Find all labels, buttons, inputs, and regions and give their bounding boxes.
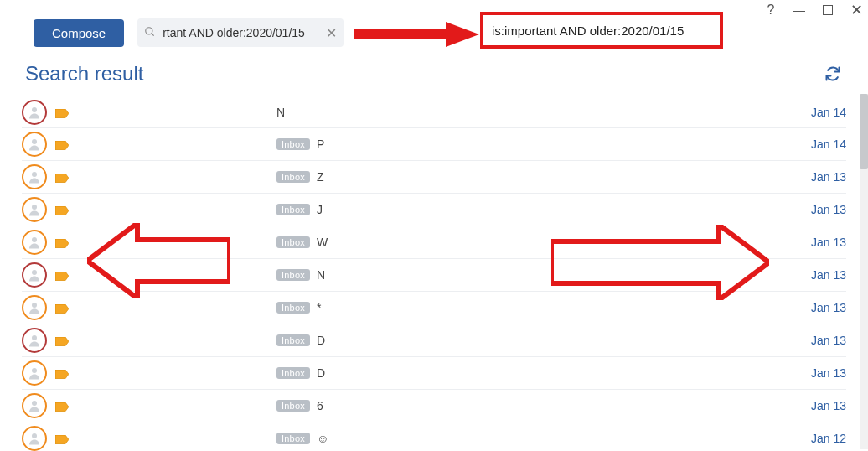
svg-marker-27	[551, 225, 769, 300]
message-subject: D	[317, 334, 325, 347]
important-flag-icon	[55, 139, 69, 149]
message-row[interactable]: InboxJJan 13	[22, 194, 846, 226]
svg-line-1	[152, 33, 154, 35]
message-content: InboxP	[75, 137, 796, 151]
inbox-badge: Inbox	[276, 334, 310, 346]
svg-point-8	[32, 205, 37, 210]
message-row[interactable]: Inbox☺Jan 12	[22, 422, 846, 451]
message-row[interactable]: Inbox6Jan 13	[22, 390, 846, 422]
message-date: Jan 12	[796, 432, 846, 445]
avatar	[22, 426, 47, 451]
refresh-button[interactable]	[824, 65, 841, 85]
window-controls: ? — ✕	[764, 3, 863, 17]
message-date: Jan 13	[796, 268, 846, 282]
svg-marker-21	[55, 402, 69, 412]
maximize-button[interactable]	[821, 3, 834, 17]
message-subject: J	[317, 203, 323, 216]
svg-marker-15	[55, 304, 69, 314]
message-content: Inbox6	[75, 399, 796, 412]
message-row[interactable]: InboxDJan 13	[22, 357, 846, 390]
important-flag-icon	[55, 433, 69, 443]
message-date: Jan 13	[796, 301, 846, 314]
important-flag-icon	[55, 172, 69, 182]
avatar	[22, 164, 47, 189]
svg-point-2	[32, 107, 37, 112]
svg-marker-26	[87, 223, 230, 298]
avatar	[22, 230, 47, 255]
message-date: Jan 14	[796, 106, 846, 119]
message-subject: N	[276, 106, 285, 119]
message-date: Jan 13	[796, 203, 846, 216]
svg-point-4	[32, 139, 37, 144]
svg-point-18	[32, 368, 37, 373]
close-button[interactable]: ✕	[850, 3, 863, 17]
avatar	[22, 262, 47, 288]
inbox-badge: Inbox	[276, 400, 310, 412]
message-subject: W	[317, 236, 328, 249]
scrollbar-thumb[interactable]	[860, 94, 868, 169]
inbox-badge: Inbox	[276, 236, 310, 248]
inbox-badge: Inbox	[276, 138, 310, 150]
message-row[interactable]: NJan 14	[22, 96, 846, 128]
message-content: InboxJ	[75, 203, 796, 216]
message-subject: ☺	[317, 432, 328, 445]
message-subject: 6	[317, 399, 323, 412]
compose-button[interactable]: Compose	[34, 19, 124, 47]
message-content: InboxD	[75, 366, 796, 380]
svg-marker-23	[55, 435, 69, 444]
annotation-big-left-arrow-icon	[87, 223, 230, 298]
svg-point-10	[32, 237, 37, 242]
message-date: Jan 13	[796, 366, 846, 380]
avatar	[22, 328, 47, 353]
important-flag-icon	[55, 368, 69, 378]
message-content: InboxD	[75, 334, 796, 347]
svg-point-12	[32, 270, 37, 275]
message-content: N	[75, 106, 796, 119]
important-flag-icon	[55, 335, 69, 345]
svg-marker-5	[55, 141, 69, 150]
message-subject: *	[317, 301, 321, 314]
svg-point-14	[32, 303, 37, 308]
svg-marker-25	[446, 22, 479, 47]
inbox-badge: Inbox	[276, 367, 310, 379]
svg-marker-17	[55, 337, 69, 346]
svg-marker-9	[55, 206, 69, 215]
message-date: Jan 13	[796, 399, 846, 412]
message-subject: D	[317, 366, 325, 380]
clear-search-icon[interactable]: ✕	[326, 25, 337, 41]
annotation-big-right-arrow-icon	[551, 225, 769, 300]
svg-point-20	[32, 401, 37, 406]
avatar	[22, 100, 47, 125]
svg-marker-19	[55, 370, 69, 379]
svg-marker-11	[55, 239, 69, 248]
inbox-badge: Inbox	[276, 433, 310, 444]
svg-point-16	[32, 335, 37, 340]
important-flag-icon	[55, 270, 69, 280]
avatar	[22, 132, 47, 157]
important-flag-icon	[55, 303, 69, 313]
important-flag-icon	[55, 401, 69, 411]
message-date: Jan 13	[796, 170, 846, 184]
search-box[interactable]: ✕	[137, 18, 344, 47]
avatar	[22, 393, 47, 418]
avatar	[22, 197, 47, 222]
message-row[interactable]: InboxDJan 13	[22, 324, 846, 357]
svg-point-6	[32, 172, 37, 177]
search-input[interactable]	[161, 25, 321, 40]
message-date: Jan 13	[796, 236, 846, 249]
annotation-callout: is:important AND older:2020/01/15	[480, 12, 723, 49]
scrollbar[interactable]	[860, 94, 868, 449]
help-button[interactable]: ?	[764, 3, 778, 17]
message-content: InboxZ	[75, 170, 796, 184]
page-title: Search result	[25, 62, 143, 86]
avatar	[22, 360, 47, 386]
message-subject: P	[317, 137, 324, 151]
toolbar: Compose ✕	[34, 18, 344, 47]
inbox-badge: Inbox	[276, 302, 310, 314]
message-row[interactable]: InboxPJan 14	[22, 128, 846, 161]
svg-marker-13	[55, 272, 69, 281]
search-icon	[144, 26, 156, 40]
inbox-badge: Inbox	[276, 171, 310, 183]
message-row[interactable]: InboxZJan 13	[22, 161, 846, 194]
minimize-button[interactable]: —	[793, 3, 806, 17]
